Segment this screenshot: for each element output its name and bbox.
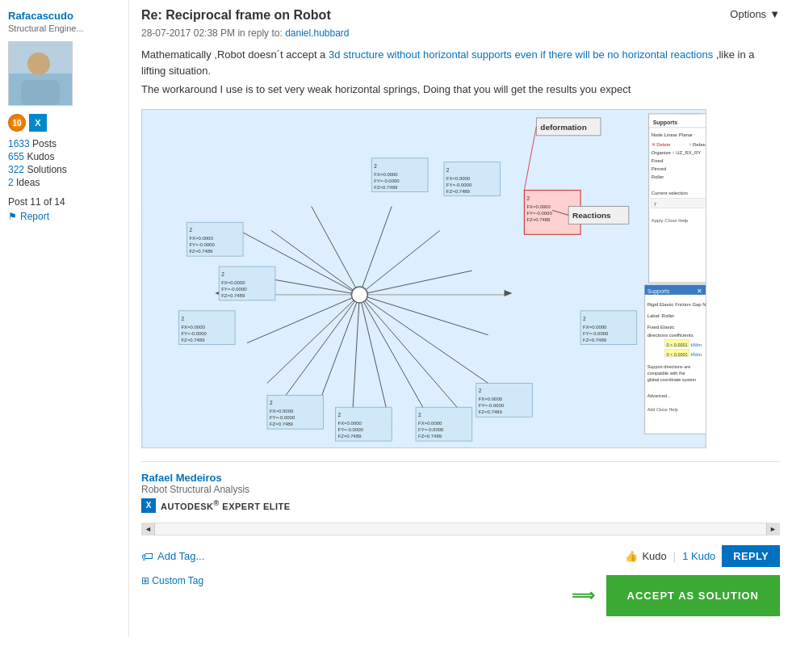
svg-point-2 — [27, 52, 50, 75]
svg-text:global coordinate system: global coordinate system — [647, 377, 697, 382]
post-image: 2 FX=0.0000 FY=-0.0000 FZ=0.7489 2 FX=0.… — [141, 109, 706, 448]
svg-text:FZ=0.7489: FZ=0.7489 — [583, 337, 607, 342]
scroll-left-button[interactable]: ◄ — [142, 523, 155, 536]
svg-text:FX=0.0000: FX=0.0000 — [338, 421, 362, 426]
chevron-down-icon: ▼ — [769, 8, 780, 20]
kudos-value: 655 — [8, 151, 24, 162]
options-button[interactable]: Options ▼ — [730, 8, 780, 20]
svg-text:FX=0.0000: FX=0.0000 — [583, 324, 607, 329]
kudo-button[interactable]: 👍 Kudo — [625, 550, 666, 562]
svg-text:Organize  ↑ UZ_RX_RY: Organize ↑ UZ_RX_RY — [652, 149, 702, 154]
horizontal-scrollbar[interactable]: ◄ ► — [141, 523, 780, 536]
svg-text:FZ=0.7489: FZ=0.7489 — [189, 249, 213, 254]
expert-text: AUTODESK® EXPERT ELITE — [161, 499, 291, 511]
ideas-value: 2 — [8, 177, 14, 188]
body-line2: The workaround I use is to set very weak… — [141, 82, 780, 98]
posts-label: Posts — [32, 138, 57, 149]
svg-text:FZ=0.7489: FZ=0.7489 — [446, 188, 471, 193]
separator: | — [673, 550, 676, 562]
svg-text:2: 2 — [526, 195, 530, 201]
svg-text:FZ=0.7489: FZ=0.7489 — [374, 184, 398, 189]
body-line1: Mathematically ,Robot doesn´t accept a 3… — [141, 47, 780, 78]
post-meta: 28-07-2017 02:38 PM in reply to: daniel.… — [141, 27, 780, 39]
svg-text:2: 2 — [374, 162, 377, 168]
post-info: Post 11 of 14 — [8, 196, 120, 208]
flag-icon: ⚑ — [8, 211, 17, 222]
thumbs-up-icon: 👍 — [625, 550, 638, 562]
report-link[interactable]: ⚑ Report — [8, 211, 120, 222]
svg-text:✕: ✕ — [697, 287, 702, 294]
svg-text:Roller: Roller — [652, 174, 664, 178]
svg-text:kN/m: kN/m — [690, 351, 702, 356]
svg-text:FZ=0.7489: FZ=0.7489 — [181, 337, 205, 342]
tag-icon: 🏷 — [141, 549, 153, 563]
autodesk-x-badge: X — [141, 498, 156, 513]
accept-solution-wrapper[interactable]: ACCEPT AS SOLUTION — [606, 575, 780, 616]
svg-text:2: 2 — [583, 315, 586, 321]
svg-text:FX=0.0000: FX=0.0000 — [479, 397, 503, 401]
svg-text:0 < 0.0001: 0 < 0.0001 — [667, 342, 688, 346]
posts-value: 1633 — [8, 138, 30, 149]
solutions-value: 322 — [8, 164, 24, 175]
sidebar: Rafacascudo Structural Engine... 10 X — [0, 0, 129, 637]
svg-text:FY=-0.0000: FY=-0.0000 — [181, 330, 207, 335]
svg-text:↑ Rebounds: ↑ Rebounds — [689, 141, 706, 146]
reply-to-link[interactable]: daniel.hubbard — [285, 27, 349, 39]
svg-text:FX=0.0000: FX=0.0000 — [446, 175, 471, 180]
scrollbar-track[interactable] — [155, 523, 766, 535]
svg-text:FY=-0.0000: FY=-0.0000 — [189, 242, 215, 247]
main-content: Re: Reciprocal frame on Robot Options ▼ … — [129, 0, 792, 637]
svg-text:2: 2 — [181, 315, 184, 321]
expert-badge: X AUTODESK® EXPERT ELITE — [141, 498, 780, 513]
second-poster-subtitle: Robot Structural Analysis — [141, 484, 780, 495]
svg-text:2: 2 — [221, 271, 224, 277]
reply-button[interactable]: REPLY — [722, 545, 780, 567]
svg-text:FX=0.0000: FX=0.0000 — [374, 171, 398, 176]
username[interactable]: Rafacascudo — [8, 10, 120, 22]
svg-text:0 < 0.0001: 0 < 0.0001 — [667, 351, 688, 356]
post-body: Mathematically ,Robot doesn´t accept a 3… — [141, 47, 780, 98]
svg-text:Pinned: Pinned — [652, 166, 667, 170]
kudo-count: 1 Kudo — [682, 550, 715, 562]
svg-text:FX=0.0000: FX=0.0000 — [189, 236, 213, 241]
svg-text:Node  Linear  Planar: Node Linear Planar — [652, 132, 693, 136]
svg-point-24 — [351, 286, 367, 302]
svg-text:FZ=0.7489: FZ=0.7489 — [526, 217, 551, 222]
add-tag-link[interactable]: 🏷 Add Tag... — [141, 549, 204, 563]
svg-text:compatible with the: compatible with the — [647, 371, 685, 376]
svg-text:FZ=0.7489: FZ=0.7489 — [338, 434, 362, 439]
svg-text:FZ=0.7489: FZ=0.7489 — [418, 434, 442, 439]
svg-text:FZ=0.7489: FZ=0.7489 — [221, 292, 245, 297]
avatar — [8, 41, 73, 106]
svg-text:Advanced...: Advanced... — [647, 393, 671, 398]
scroll-right-button[interactable]: ► — [766, 523, 779, 536]
svg-text:2: 2 — [189, 227, 192, 233]
svg-text:FY=-0.0000: FY=-0.0000 — [221, 286, 247, 291]
custom-tag-row: ⊞ Custom Tag ⟹ ACCEPT AS SOLUTION — [141, 575, 780, 616]
user-title: Structural Engine... — [8, 23, 120, 33]
svg-text:FY=-0.0000: FY=-0.0000 — [338, 427, 364, 432]
svg-text:Current selection: Current selection — [652, 190, 688, 195]
svg-text:Reactions: Reactions — [572, 211, 611, 220]
svg-text:FX=0.0000: FX=0.0000 — [526, 204, 551, 209]
svg-text:directions  coefficients: directions coefficients — [647, 332, 694, 337]
svg-text:FX=0.0000: FX=0.0000 — [221, 279, 245, 284]
badge-x: X — [29, 114, 47, 132]
svg-text:FY=-0.0000: FY=-0.0000 — [479, 403, 505, 408]
svg-text:FZ=0.7489: FZ=0.7489 — [270, 422, 294, 426]
svg-text:Support directions are: Support directions are — [647, 364, 691, 369]
svg-text:FY=-0.0000: FY=-0.0000 — [446, 182, 472, 187]
accept-solution-button[interactable]: ACCEPT AS SOLUTION — [609, 578, 777, 614]
svg-text:FY=-0.0000: FY=-0.0000 — [374, 178, 400, 183]
svg-text:Rigid  Elastic  Friction  Gap : Rigid Elastic Friction Gap Nent... — [647, 301, 706, 306]
svg-text:FX=0.0000: FX=0.0000 — [181, 324, 205, 329]
svg-text:Supports: Supports — [653, 119, 678, 125]
post-title: Re: Reciprocal frame on Robot — [141, 8, 331, 23]
kudo-section: 👍 Kudo | 1 Kudo REPLY — [625, 545, 780, 567]
solutions-label: Solutions — [27, 164, 66, 175]
custom-tag-link[interactable]: ⊞ Custom Tag — [141, 575, 203, 586]
second-poster-name[interactable]: Rafael Medeiros — [141, 472, 780, 484]
svg-text:Supports: Supports — [647, 288, 670, 294]
svg-text:2: 2 — [446, 166, 450, 172]
svg-text:Add     Close     Help: Add Close Help — [647, 407, 678, 412]
